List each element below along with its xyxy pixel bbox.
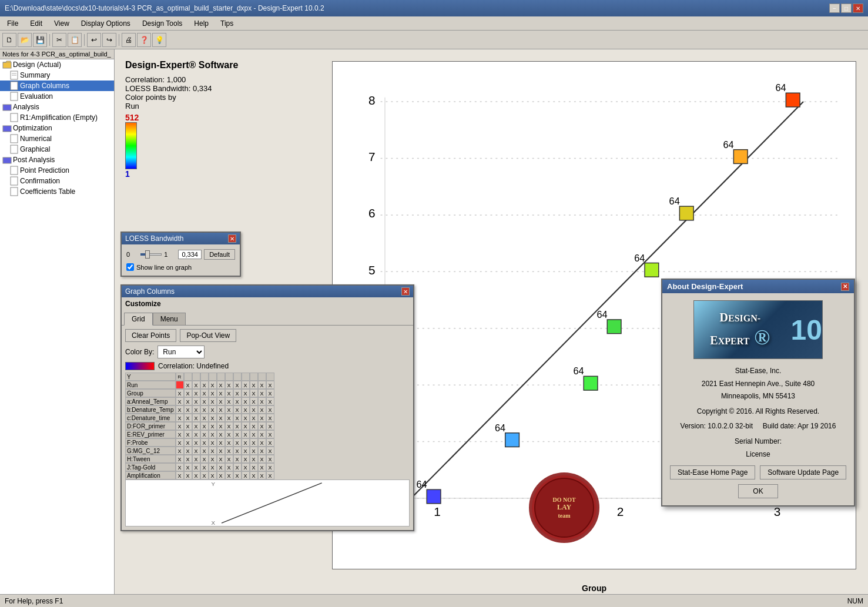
undo-button[interactable]: ↩ [87,33,101,47]
version-number: 10 [791,314,822,346]
about-ok-button[interactable]: OK [738,484,777,498]
save-button[interactable]: 💾 [33,33,47,47]
svg-text:8: 8 [368,93,376,107]
help-button[interactable]: ❓ [137,33,151,47]
version-label: Version: [681,422,706,430]
run-label: Run [125,102,238,110]
header-anneal [192,373,200,381]
loess-close-button[interactable]: ✕ [228,234,236,243]
row-probe-label: F:Probe [125,438,176,447]
grp-x5: X [217,389,225,397]
pop-out-button[interactable]: Pop-Out View [180,329,236,342]
menu-view[interactable]: View [49,18,74,29]
run-self-cell[interactable] [176,381,184,389]
tree-item-optimization[interactable]: Optimization [0,123,114,133]
header-for [217,373,225,381]
header-den-temp [200,373,209,381]
maximize-button[interactable]: □ [841,4,852,13]
col-header-y: Y [125,373,176,381]
build-label: Build date: [763,422,796,430]
minimize-button[interactable]: − [829,4,840,13]
row-for-primer-label: D:FOR_primer [125,422,176,430]
about-content: DESIGN-EXPERT® 10 Stat-Ease, Inc. 2021 E… [662,293,854,505]
tree-label-graph-columns: Graph Columns [20,82,69,90]
loess-default-button[interactable]: Default [204,249,235,260]
about-title-bar: About Design-Expert ✕ [662,280,854,293]
graph-columns-close-button[interactable]: ✕ [401,287,410,296]
tree-label-summary: Summary [20,71,50,79]
svg-text:64: 64 [669,196,680,206]
new-button[interactable]: 🗋 [2,33,16,47]
tree-label-coefficients: Coefficients Table [20,187,75,196]
about-logo: DESIGN-EXPERT® 10 [693,300,823,359]
svg-text:7: 7 [368,150,376,163]
run-x2: X [192,381,200,389]
tree-item-post-analysis[interactable]: Post Analysis [0,155,114,165]
tree-item-numerical[interactable]: Numerical [0,133,114,144]
copy-button[interactable]: 📋 [68,33,82,47]
run-x6: X [225,381,233,389]
menu-file[interactable]: File [2,18,23,29]
print-button[interactable]: 🖨 [122,33,136,47]
home-page-button[interactable]: Stat-Ease Home Page [670,465,755,479]
cut-button[interactable]: ✂ [52,33,66,47]
tree-item-r1-amplification[interactable]: R1:Amplification (Empty) [0,112,114,123]
tree-item-graph-columns[interactable]: Graph Columns [0,81,114,91]
row-tag-gold: X X X X X X X X X X X X [176,463,410,471]
loess-value-input[interactable] [178,250,202,259]
row-amplification-label: Amplification [125,471,176,479]
show-line-checkbox[interactable] [126,263,134,271]
graph-columns-title: Graph Columns ✕ [122,286,413,297]
tab-menu[interactable]: Menu [153,313,186,325]
menu-design-tools[interactable]: Design Tools [138,18,187,29]
loess-checkbox-row: Show line on graph [126,263,235,271]
header-tween [250,373,258,381]
row-denature-time-label: c:Denature_time [125,414,176,422]
software-title: Design-Expert® Software [125,60,238,71]
tip-button[interactable]: 💡 [152,33,166,47]
update-page-button[interactable]: Software Update Page [760,465,846,479]
loess-slider-track[interactable] [140,250,162,259]
header-probe [233,373,242,381]
close-button[interactable]: ✕ [853,4,863,13]
svg-text:64: 64 [634,253,645,263]
about-close-button[interactable]: ✕ [841,283,849,291]
menu-tips[interactable]: Tips [216,18,238,29]
about-info: Stat-Ease, Inc. 2021 East Hennepin Ave.,… [669,365,847,461]
corr-undefined-label: Correlation: Undefined [158,362,229,370]
serial-row: Serial Number: [669,435,847,448]
title-bar: E:\Download\state\docs\dx10-tutorials\4-… [0,0,868,16]
tree-item-point-prediction[interactable]: Point Prediction [0,165,114,176]
header-amp [266,373,274,381]
tree-item-design[interactable]: Design (Actual) [0,59,114,70]
tree-item-analysis[interactable]: Analysis [0,102,114,112]
menu-help[interactable]: Help [189,18,213,29]
tree-item-summary[interactable]: Summary [0,70,114,81]
svg-rect-49 [733,150,748,164]
header-group [184,373,192,381]
tree-label-point-prediction: Point Prediction [20,166,69,175]
tree-item-graphical[interactable]: Graphical [0,144,114,155]
header-run: R [176,373,184,381]
redo-button[interactable]: ↪ [102,33,116,47]
about-title-text: About Design-Expert [667,282,743,291]
tree-item-coefficients[interactable]: Coefficients Table [0,186,114,197]
tab-grid[interactable]: Grid [124,313,153,326]
svg-rect-39 [505,433,520,447]
clear-points-button[interactable]: Clear Points [125,329,176,342]
tree-label-post-analysis: Post Analysis [13,156,55,164]
header-rev [225,373,233,381]
svg-text:X: X [211,519,215,526]
svg-rect-12 [11,166,18,175]
row-run: X X X X X X X X X X X [176,381,410,389]
svg-rect-47 [679,206,693,220]
tree-item-evaluation[interactable]: Evaluation [0,91,114,102]
open-button[interactable]: 📂 [18,33,32,47]
address1: 2021 East Hennepin Ave., Suite 480 [669,378,847,391]
menu-edit[interactable]: Edit [25,18,47,29]
menu-display-options[interactable]: Display Options [76,18,135,29]
tree-item-confirmation[interactable]: Confirmation [0,176,114,186]
header-den-time [209,373,217,381]
svg-rect-53 [210,480,325,526]
color-by-select[interactable]: Run Group Factor [157,346,205,358]
